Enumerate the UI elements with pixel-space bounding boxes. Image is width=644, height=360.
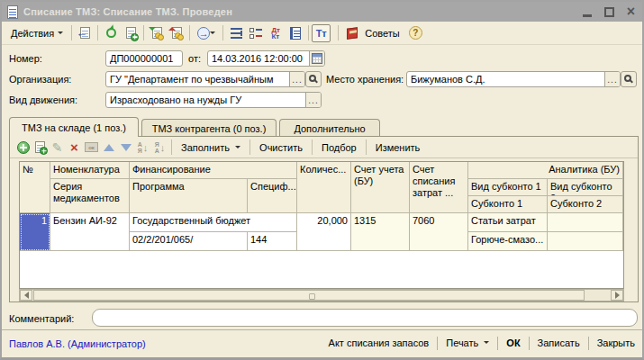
calendar-button[interactable] [309,51,324,66]
scroll-left-button[interactable] [20,290,32,301]
col-account[interactable]: Счет учета (БУ) [351,162,410,213]
move-down-button[interactable] [117,139,134,156]
movement-field[interactable]: Израсходовано на нужды ГУ ... [105,92,322,108]
tab-additional[interactable]: Дополнительно [279,119,380,137]
row-number-cell[interactable]: 1 [20,213,50,251]
col-qty[interactable]: Количес... [297,162,351,213]
unpost-document-icon[interactable] [168,24,186,42]
fill-button[interactable]: Заполнить [175,140,247,155]
writeoff-account-cell[interactable]: 7060 [410,213,468,251]
col-analytics[interactable]: Аналитика (БУ) [468,162,623,179]
tips-book-icon [347,27,358,40]
financing-cell[interactable]: Государственный бюджет [130,213,297,232]
close-button[interactable]: × [627,4,635,19]
save-button[interactable]: Записать [536,336,582,350]
sort-asc-button[interactable]: АЯ ↓ [134,139,151,156]
pick-button[interactable]: Подбор [315,140,363,155]
move-up-button[interactable] [100,139,117,156]
col-subkonto-type2[interactable]: Вид субконто 2 [548,179,623,196]
col-subkonto-type1[interactable]: Вид субконто 1 [468,179,548,196]
ok-button[interactable]: ОК [504,336,522,350]
col-subkonto1[interactable]: Субконто 1 [468,196,548,213]
add-icon [17,141,30,154]
tips-button[interactable]: Советы [341,26,404,40]
change-button[interactable]: Изменить [369,140,427,155]
col-num[interactable]: № [20,162,50,213]
spec-cell[interactable]: 144 [248,232,297,251]
separator [249,140,250,155]
col-subkonto2[interactable]: Субконто 2 [548,196,623,213]
col-spec[interactable]: Специф... [248,179,297,213]
nomenclature-cell[interactable]: Бензин АИ-92 [50,213,130,251]
number-value: ДП000000001 [106,51,182,66]
scrollbar-track[interactable] [585,290,611,301]
add-row-button[interactable] [14,139,32,156]
minimize-icon [583,14,592,17]
edit-row-button[interactable]: ✎ [49,139,66,156]
report-icon[interactable] [286,24,304,42]
storage-open-button[interactable] [621,71,637,87]
subkonto-type1-cell[interactable]: Статьи затрат [468,213,548,232]
dropdown-arrow-icon [210,32,215,37]
go-to-button[interactable]: → [194,24,219,42]
subkonto-type2-cell[interactable] [548,213,623,232]
storage-select-button[interactable]: ... [604,72,620,86]
organization-field[interactable]: ГУ "Департамент по чрезвычайным ... [105,71,305,87]
horizontal-scrollbar[interactable] [19,289,624,302]
checkbox-list-icon[interactable] [247,24,265,42]
col-series[interactable]: Серия медикаментов [50,179,130,213]
tab-panel: ✎ × ок АЯ ↓ ЯА ↓ Заполнить Очистить Подб… [9,136,639,302]
down-glyph: ↓ [160,142,166,153]
account-cell[interactable]: 1315 [351,213,410,251]
separator [143,25,144,40]
dr-cr-postings-icon[interactable]: ДтКт [267,24,285,42]
structure-list-icon[interactable] [227,24,245,42]
copy-icon[interactable] [122,24,140,42]
subkonto2-cell[interactable] [548,232,623,251]
dropdown-arrow-icon [484,341,489,346]
text-description-toggle[interactable]: Тт [312,24,331,42]
clear-button[interactable]: Очистить [253,140,309,155]
separator [171,140,172,155]
reread-icon[interactable]: ← [76,24,94,42]
end-edit-icon: ок [85,142,98,152]
col-program[interactable]: Программа [130,179,248,213]
col-writeoff-account[interactable]: Счет списания затрат ... [410,162,468,213]
sort-desc-button[interactable]: ЯА ↓ [151,139,168,156]
storage-field[interactable]: Бижуманов С.Д. ... [406,71,621,87]
actions-button[interactable]: Действия [5,26,68,40]
qty-cell[interactable]: 20,000 [297,213,351,251]
minimize-button[interactable] [583,4,592,19]
organization-select-button[interactable]: ... [289,72,304,86]
table-empty-area[interactable] [20,251,623,288]
program-cell[interactable]: 02/2/201/065/ [130,232,248,251]
date-field[interactable]: 14.03.2016 12:00:00 [207,50,325,67]
tab-tmz-warehouse[interactable]: ТМЗ на складе (1 поз.) [9,117,139,137]
subkonto1-cell[interactable]: Горюче-смазо... [468,232,548,251]
print-button[interactable]: Печать [444,336,491,350]
col-financing[interactable]: Финансирование [130,162,297,179]
writeoff-act-button[interactable]: Акт списания запасов [327,336,431,350]
close-form-button[interactable]: Закрыть [595,336,637,350]
col-nomenclature[interactable]: Номенклатура [50,162,130,179]
magnifier-icon [624,75,631,82]
help-icon[interactable]: ? [409,26,422,40]
end-edit-button[interactable]: ок [83,139,100,156]
table-toolbar: ✎ × ок АЯ ↓ ЯА ↓ Заполнить Очистить Подб… [10,137,638,158]
delete-row-button[interactable]: × [66,139,83,156]
scroll-right-button[interactable] [611,290,623,301]
separator [588,337,589,350]
movement-select-button[interactable]: ... [305,93,321,107]
tab-tmz-counterparty[interactable]: ТМЗ контрагента (0 поз.) [141,119,277,137]
table-row[interactable]: 1 Бензин АИ-92 Государственный бюджет 02… [20,213,623,251]
maximize-button[interactable] [604,4,614,19]
post-document-icon[interactable] [148,24,166,42]
comment-input[interactable] [92,309,638,327]
sort-asc-icon: АЯ [138,141,142,154]
refresh-icon[interactable] [102,24,120,42]
print-label: Печать [446,338,478,348]
organization-open-button[interactable] [305,71,322,87]
scrollbar-thumb[interactable] [33,290,585,301]
number-field[interactable]: ДП000000001 [105,50,183,67]
copy-row-button[interactable] [32,139,49,156]
